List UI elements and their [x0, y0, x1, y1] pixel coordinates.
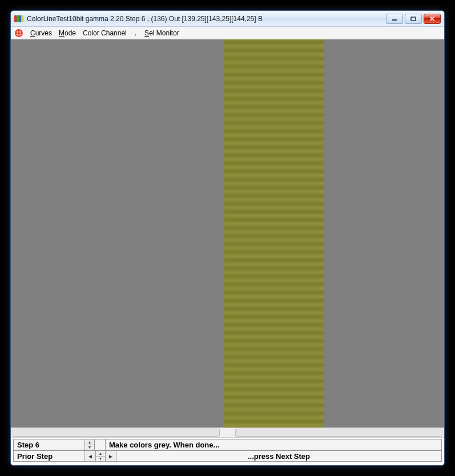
svg-point-7: [17, 31, 18, 32]
menu-mode[interactable]: Mode: [59, 29, 76, 37]
scrollbar-track[interactable]: [11, 428, 444, 437]
prior-step-label: Prior Step: [17, 452, 53, 461]
svg-rect-1: [17, 15, 19, 22]
svg-rect-4: [392, 19, 397, 21]
scrollbar-thumb-right[interactable]: [235, 429, 442, 437]
step-number-field[interactable]: Step 6: [13, 439, 85, 450]
horizontal-scrollbar[interactable]: [11, 427, 444, 437]
svg-point-8: [19, 31, 21, 32]
test-pattern-canvas[interactable]: [11, 39, 444, 427]
window-controls: ✕: [386, 14, 441, 24]
step-number-label: Step 6: [17, 441, 39, 449]
nav-spinner[interactable]: ▲ ▼: [95, 450, 106, 462]
maximize-button[interactable]: [405, 14, 422, 24]
prior-step-button[interactable]: Prior Step: [13, 450, 85, 462]
step-spinner[interactable]: ▲ ▼: [84, 439, 95, 450]
nav-spinner-up-icon[interactable]: ▲: [96, 451, 105, 457]
app-window: ColorLineTest10bit gamma 2.20 Step 6 , (…: [10, 10, 445, 466]
scrollbar-thumb-left[interactable]: [13, 429, 220, 437]
arrow-left-icon: ◄: [87, 453, 93, 459]
minimize-button[interactable]: [386, 14, 403, 24]
svg-point-6: [15, 29, 23, 37]
color-test-band: [224, 39, 324, 427]
next-step-arrow-right[interactable]: ►: [105, 450, 116, 462]
close-icon: ✕: [429, 15, 435, 22]
svg-rect-0: [14, 15, 17, 22]
svg-rect-3: [21, 15, 23, 22]
svg-rect-5: [411, 17, 416, 21]
arrow-right-icon: ►: [108, 453, 114, 459]
instruction-line-1: Make colors grey. When done...: [105, 439, 442, 450]
spinner-up-icon[interactable]: ▲: [85, 439, 94, 445]
menu-color-channel[interactable]: Color Channel: [83, 29, 127, 37]
prior-step-arrow-left[interactable]: ◄: [84, 450, 96, 462]
menu-app-icon[interactable]: [14, 29, 23, 38]
instruction-line-2: ...press Next Step: [116, 450, 442, 462]
menu-separator-dot: .: [134, 29, 138, 37]
menubar: Curves Mode Color Channel . Sel Monitor: [11, 27, 444, 39]
titlebar[interactable]: ColorLineTest10bit gamma 2.20 Step 6 , (…: [11, 11, 444, 27]
app-icon: [14, 14, 23, 23]
spinner-down-icon[interactable]: ▼: [85, 445, 94, 450]
close-button[interactable]: ✕: [424, 14, 441, 24]
spacer-box-1: [94, 439, 106, 450]
svg-rect-2: [19, 15, 21, 22]
nav-spinner-down-icon[interactable]: ▼: [96, 457, 105, 462]
menu-curves[interactable]: Curves: [30, 29, 52, 37]
window-title: ColorLineTest10bit gamma 2.20 Step 6 , (…: [27, 15, 263, 23]
menu-sel-monitor[interactable]: Sel Monitor: [144, 29, 179, 37]
bottom-panel: Step 6 ▲ ▼ Make colors grey. When done..…: [11, 437, 444, 465]
